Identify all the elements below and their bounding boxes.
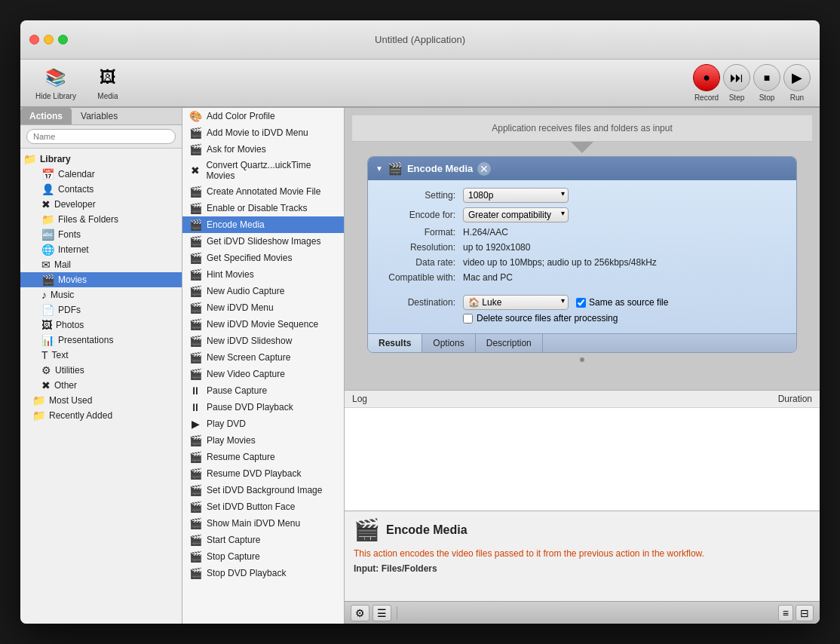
search-input[interactable] [26, 129, 176, 144]
tree-item-pdfs[interactable]: 📄 PDFs [20, 302, 182, 317]
action-resume-capture[interactable]: 🎬 Resume Capture [182, 449, 344, 465]
action-new-screen-capture[interactable]: 🎬 New Screen Capture [182, 349, 344, 366]
action-encode-media[interactable]: 🎬 Encode Media [182, 216, 344, 233]
tree-item-calendar[interactable]: 📅 Calendar [20, 167, 182, 182]
bottom-title: Encode Media [386, 523, 468, 537]
delete-source-checkbox[interactable] [463, 314, 473, 324]
action-get-specified-movies[interactable]: 🎬 Get Specified Movies [182, 250, 344, 266]
encode-for-select[interactable]: Greater compatibility [463, 207, 569, 222]
setting-label: Setting: [380, 190, 463, 201]
tree-item-music[interactable]: ♪ Music [20, 287, 182, 302]
list-view-button-1[interactable]: ≡ [778, 605, 793, 621]
tree-item-developer[interactable]: ✖ Developer [20, 197, 182, 212]
action-pause-dvd-playback[interactable]: ⏸ Pause DVD Playback [182, 399, 344, 416]
media-button[interactable]: 🖼 Media [90, 63, 126, 103]
close-button[interactable] [29, 35, 39, 44]
action-new-idvd-menu[interactable]: 🎬 New iDVD Menu [182, 299, 344, 316]
tab-variables[interactable]: Variables [72, 108, 127, 124]
encode-card-close-button[interactable]: ✕ [477, 162, 491, 176]
action-play-movies[interactable]: 🎬 Play Movies [182, 432, 344, 449]
record-label: Record [694, 94, 719, 102]
log-header: Log Duration [345, 391, 820, 408]
action-enable-disable-tracks[interactable]: 🎬 Enable or Disable Tracks [182, 200, 344, 216]
action-set-idvd-bg-image[interactable]: 🎬 Set iDVD Background Image [182, 482, 344, 498]
tree-item-photos[interactable]: 🖼 Photos [20, 317, 182, 333]
action-ask-movies[interactable]: 🎬 Ask for Movies [182, 141, 344, 158]
encode-media-card: ▼ 🎬 Encode Media ✕ Setting: 1080p [367, 156, 797, 353]
toolbar-separator [397, 606, 397, 620]
log-label: Log [352, 394, 367, 404]
action-create-annotated[interactable]: 🎬 Create Annotated Movie File [182, 183, 344, 200]
most-used-label: Most Used [49, 395, 92, 406]
action-new-idvd-movie-sequence[interactable]: 🎬 New iDVD Movie Sequence [182, 316, 344, 333]
tree-item-most-used[interactable]: 📁 Most Used [20, 393, 182, 408]
action-pause-capture[interactable]: ⏸ Pause Capture [182, 382, 344, 399]
settings-toolbar-button[interactable]: ⚙ [351, 605, 369, 621]
tree-item-files-folders[interactable]: 📁 Files & Folders [20, 212, 182, 227]
list-view-button-2[interactable]: ⊟ [796, 605, 814, 621]
action-new-audio-capture[interactable]: 🎬 New Audio Capture [182, 283, 344, 299]
destination-select[interactable]: 🏠 Luke [463, 295, 569, 310]
maximize-button[interactable] [58, 35, 68, 44]
action-add-movie-idvd[interactable]: 🎬 Add Movie to iDVD Menu [182, 124, 344, 141]
left-panel: Actions Variables 📁 Library 📅 Calendar 👤… [20, 108, 182, 624]
main-toolbar: 📚 Hide Library 🖼 Media ● Record ⏭ Step ■… [20, 60, 820, 108]
workflow-canvas: Application receives files and folders a… [345, 108, 820, 390]
resolution-value: up to 1920x1080 [463, 242, 530, 253]
same-as-source-checkbox[interactable] [576, 298, 586, 308]
tree-item-utilities[interactable]: ⚙ Utilities [20, 363, 182, 378]
tree-item-contacts[interactable]: 👤 Contacts [20, 182, 182, 197]
action-start-capture[interactable]: 🎬 Start Capture [182, 532, 344, 548]
run-icon: ▶ [783, 64, 811, 91]
tree-item-recently-added[interactable]: 📁 Recently Added [20, 408, 182, 423]
step-icon: ⏭ [723, 64, 750, 91]
tree-item-internet[interactable]: 🌐 Internet [20, 242, 182, 257]
library-root[interactable]: 📁 Library [20, 152, 182, 167]
card-tab-options[interactable]: Options [422, 334, 475, 352]
tree-item-other[interactable]: ✖ Other [20, 378, 182, 393]
action-set-idvd-button-face[interactable]: 🎬 Set iDVD Button Face [182, 498, 344, 515]
bottom-encode-icon: 🎬 [354, 517, 380, 542]
media-label: Media [97, 92, 118, 100]
tree-item-text[interactable]: T Text [20, 348, 182, 363]
data-rate-row: Data rate: video up to 10Mbps; audio up … [380, 257, 784, 268]
record-button[interactable]: ● Record [693, 64, 720, 102]
card-tab-description[interactable]: Description [476, 334, 543, 352]
center-panel: 🎨 Add Color Profile 🎬 Add Movie to iDVD … [182, 108, 345, 624]
tree-item-fonts[interactable]: 🔤 Fonts [20, 227, 182, 242]
action-stop-capture[interactable]: 🎬 Stop Capture [182, 548, 344, 565]
action-stop-dvd-playback[interactable]: 🎬 Stop DVD Playback [182, 565, 344, 581]
compatible-row: Compatible with: Mac and PC [380, 272, 784, 283]
bottom-description: This action encodes the video files pass… [354, 547, 811, 560]
minimize-button[interactable] [44, 35, 54, 44]
view-toolbar-button[interactable]: ☰ [372, 605, 391, 621]
action-convert-quartz[interactable]: ✖ Convert Quartz...uickTime Movies [182, 158, 344, 183]
action-new-idvd-slideshow[interactable]: 🎬 New iDVD Slideshow [182, 333, 344, 349]
stop-button[interactable]: ■ Stop [753, 64, 780, 102]
action-hint-movies[interactable]: 🎬 Hint Movies [182, 266, 344, 283]
setting-select[interactable]: 1080p [463, 188, 569, 203]
format-row: Format: H.264/AAC [380, 227, 784, 238]
list-view-buttons: ≡ ⊟ [778, 605, 814, 621]
compatible-value: Mac and PC [463, 272, 513, 283]
tab-actions[interactable]: Actions [20, 108, 72, 124]
hide-library-button[interactable]: 📚 Hide Library [29, 63, 82, 103]
action-resume-dvd-playback[interactable]: 🎬 Resume DVD Playback [182, 465, 344, 482]
tree-item-movies[interactable]: 🎬 Movies [20, 272, 182, 287]
action-get-idvd-slideshow[interactable]: 🎬 Get iDVD Slideshow Images [182, 233, 344, 250]
action-show-main-idvd-menu[interactable]: 🎬 Show Main iDVD Menu [182, 515, 344, 532]
card-tab-results[interactable]: Results [368, 334, 422, 352]
encode-card-header[interactable]: ▼ 🎬 Encode Media ✕ [368, 157, 796, 180]
run-button[interactable]: ▶ Run [783, 64, 811, 102]
action-add-color-profile[interactable]: 🎨 Add Color Profile [182, 108, 344, 124]
action-new-video-capture[interactable]: 🎬 New Video Capture [182, 366, 344, 382]
card-tabs: Results Options Description [368, 333, 796, 352]
right-panel: Application receives files and folders a… [345, 108, 820, 624]
tree-item-presentations[interactable]: 📊 Presentations [20, 333, 182, 348]
step-button[interactable]: ⏭ Step [723, 64, 750, 102]
action-play-dvd[interactable]: ▶ Play DVD [182, 416, 344, 432]
toolbar-right-group: ● Record ⏭ Step ■ Stop ▶ Run [693, 64, 811, 102]
tree-item-mail[interactable]: ✉ Mail [20, 257, 182, 272]
destination-select-wrapper: 🏠 Luke [463, 295, 569, 310]
traffic-lights [29, 35, 68, 44]
